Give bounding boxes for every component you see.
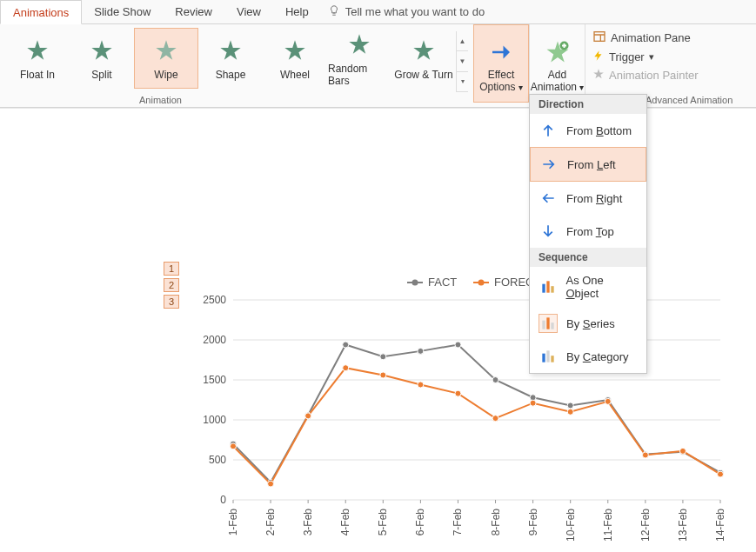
chevron-down-icon: ▾ <box>649 51 654 63</box>
option-label: From Bottom <box>566 124 632 137</box>
star-icon <box>151 36 181 65</box>
animation-pane-label: Animation Pane <box>611 31 691 44</box>
svg-text:7-Feb: 7-Feb <box>452 509 464 536</box>
anim-shape[interactable]: Shape <box>198 28 263 89</box>
svg-text:6-Feb: 6-Feb <box>414 509 426 536</box>
svg-point-56 <box>418 348 424 354</box>
svg-point-60 <box>567 402 573 409</box>
svg-text:FACT: FACT <box>428 276 457 289</box>
dropdown-header-direction: Direction <box>530 95 646 114</box>
svg-point-73 <box>530 400 536 406</box>
anim-split[interactable]: Split <box>70 28 134 89</box>
gallery-down-icon[interactable]: ▼ <box>457 51 468 71</box>
svg-point-72 <box>492 416 498 422</box>
option-by-series[interactable]: By Series <box>530 307 646 340</box>
option-as-one-object[interactable]: As One Object <box>530 267 646 307</box>
tab-animations[interactable]: Animations <box>0 0 82 24</box>
svg-text:1500: 1500 <box>203 374 226 386</box>
svg-text:1000: 1000 <box>203 414 226 426</box>
seq-tag-1[interactable]: 1 <box>164 262 179 276</box>
svg-point-71 <box>455 390 461 396</box>
tab-review[interactable]: Review <box>163 0 224 24</box>
arrow-up-icon <box>539 121 558 140</box>
svg-point-76 <box>642 452 648 458</box>
animation-painter-button[interactable]: Animation Painter <box>592 68 699 83</box>
tab-slideshow[interactable]: Slide Show <box>82 0 163 24</box>
option-from-left[interactable]: From Left <box>530 147 646 182</box>
seq-tag-2[interactable]: 2 <box>164 278 179 292</box>
pane-icon <box>592 30 606 46</box>
option-label: By Series <box>566 317 615 330</box>
group-label-advanced: Advanced Animation <box>646 95 733 105</box>
group-label-animation: Animation <box>139 95 182 105</box>
svg-text:5-Feb: 5-Feb <box>377 509 389 536</box>
tell-me-search[interactable]: Tell me what you want to do <box>328 4 485 19</box>
animation-painter-label: Animation Painter <box>609 69 699 82</box>
svg-text:2000: 2000 <box>203 334 226 346</box>
option-label: From Top <box>566 225 614 238</box>
star-icon <box>345 30 374 59</box>
svg-text:10-Feb: 10-Feb <box>565 509 577 542</box>
svg-text:12-Feb: 12-Feb <box>639 509 652 542</box>
svg-rect-4 <box>551 286 553 293</box>
add-animation-button[interactable]: AddAnimation ▾ <box>529 24 585 103</box>
anim-label: Grow & Turn <box>394 69 452 81</box>
svg-rect-7 <box>551 323 553 329</box>
effect-options-dropdown: Direction From Bottom From Left From Rig… <box>529 94 647 374</box>
anim-random-bars[interactable]: Random Bars <box>327 28 391 89</box>
svg-text:13-Feb: 13-Feb <box>677 509 689 542</box>
svg-text:1-Feb: 1-Feb <box>227 509 239 536</box>
trigger-button[interactable]: Trigger ▾ <box>592 50 699 64</box>
tab-help[interactable]: Help <box>273 0 321 24</box>
svg-rect-8 <box>542 354 545 362</box>
anim-wheel[interactable]: Wheel <box>263 28 327 89</box>
tab-view[interactable]: View <box>224 0 273 24</box>
star-icon <box>87 36 117 65</box>
svg-text:2-Feb: 2-Feb <box>264 509 277 536</box>
dropdown-header-sequence: Sequence <box>530 248 646 267</box>
add-animation-label: AddAnimation ▾ <box>531 69 585 94</box>
option-from-right[interactable]: From Right <box>530 182 646 215</box>
star-icon <box>280 36 310 65</box>
svg-rect-1 <box>594 32 605 42</box>
anim-label: Random Bars <box>328 63 391 87</box>
option-label: By Category <box>566 350 629 363</box>
svg-point-66 <box>268 481 274 487</box>
option-from-top[interactable]: From Top <box>530 215 646 248</box>
anim-float-in[interactable]: Float In <box>5 28 70 89</box>
ribbon-tabs: Animations Slide Show Review View Help T… <box>0 0 756 24</box>
effect-options-button[interactable]: EffectOptions ▾ <box>473 24 529 103</box>
gallery-up-icon[interactable]: ▲ <box>457 31 468 51</box>
option-by-category[interactable]: By Category <box>530 340 646 373</box>
svg-rect-5 <box>542 321 545 329</box>
svg-text:3-Feb: 3-Feb <box>302 509 314 536</box>
svg-text:11-Feb: 11-Feb <box>602 509 614 542</box>
star-icon <box>409 36 438 65</box>
svg-rect-3 <box>546 281 549 292</box>
option-label: From Left <box>567 158 616 171</box>
svg-point-54 <box>343 342 349 348</box>
gallery-scroll: ▲ ▼ ▾ <box>456 31 468 92</box>
svg-text:9-Feb: 9-Feb <box>527 509 539 536</box>
anim-wipe[interactable]: Wipe <box>134 28 198 89</box>
svg-point-55 <box>380 354 386 360</box>
option-from-bottom[interactable]: From Bottom <box>530 114 646 147</box>
gallery-more-icon[interactable]: ▾ <box>457 72 468 92</box>
option-label: As One Object <box>565 274 638 300</box>
svg-point-80 <box>412 280 418 286</box>
star-icon <box>216 36 245 65</box>
anim-grow-turn[interactable]: Grow & Turn <box>391 28 456 89</box>
effect-options-label: EffectOptions ▾ <box>479 69 523 94</box>
svg-point-70 <box>418 382 424 388</box>
trigger-label: Trigger <box>609 50 645 63</box>
arrow-right-icon <box>539 155 559 174</box>
chart[interactable]: 050010001500200025001-Feb2-Feb3-Feb4-Feb… <box>190 274 729 552</box>
star-plus-icon <box>543 37 572 67</box>
arrow-down-icon <box>539 222 558 241</box>
animation-pane-button[interactable]: Animation Pane <box>592 30 699 46</box>
svg-text:4-Feb: 4-Feb <box>339 509 351 536</box>
svg-point-75 <box>605 398 611 404</box>
svg-point-83 <box>478 280 485 286</box>
anim-label: Wipe <box>154 69 177 81</box>
seq-tag-3[interactable]: 3 <box>164 295 179 309</box>
